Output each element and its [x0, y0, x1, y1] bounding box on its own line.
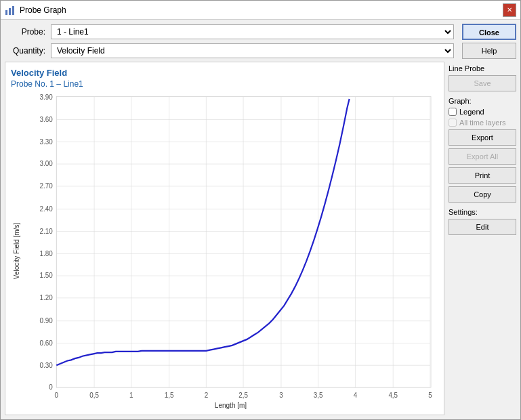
legend-row: Legend [449, 108, 516, 116]
svg-rect-1 [9, 8, 11, 15]
right-panel: Line Probe Save Graph: Legend All time l… [449, 62, 516, 415]
chart-svg: 0 0.30 0.60 0.90 1.20 1.50 1.80 2.10 2.4… [23, 93, 438, 399]
svg-text:0.60: 0.60 [40, 339, 54, 347]
quantity-label: Quantity: [5, 46, 45, 56]
svg-text:1.50: 1.50 [40, 272, 54, 279]
svg-text:1,5: 1,5 [165, 392, 174, 399]
svg-text:0: 0 [55, 392, 59, 399]
quantity-row: Quantity: Velocity Field Help [5, 43, 516, 59]
svg-rect-0 [5, 10, 7, 15]
all-time-layers-row: All time layers [449, 119, 516, 127]
quantity-select[interactable]: Velocity Field [51, 43, 454, 58]
line-probe-label: Line Probe [449, 64, 516, 72]
export-all-button[interactable]: Export All [449, 148, 516, 165]
settings-label: Settings: [449, 208, 516, 216]
graph-label: Graph: [449, 97, 516, 105]
svg-text:0.90: 0.90 [40, 317, 54, 324]
svg-rect-2 [12, 6, 14, 15]
svg-text:3.30: 3.30 [40, 138, 54, 146]
svg-rect-3 [56, 97, 431, 387]
svg-text:3.60: 3.60 [40, 116, 54, 123]
main-content: Probe: 1 - Line1 Close Quantity: Velocit… [1, 20, 520, 419]
chart-subtitle: Probe No. 1 – Line1 [11, 79, 438, 89]
chart-panel: Velocity Field Probe No. 1 – Line1 Veloc… [5, 62, 444, 415]
svg-text:2.70: 2.70 [40, 182, 54, 190]
edit-button[interactable]: Edit [449, 219, 516, 235]
svg-text:0: 0 [49, 383, 53, 391]
all-time-layers-checkbox[interactable] [449, 119, 457, 127]
copy-button[interactable]: Copy [449, 186, 516, 203]
main-area: Velocity Field Probe No. 1 – Line1 Veloc… [5, 62, 516, 415]
svg-text:4,5: 4,5 [388, 392, 398, 399]
svg-text:1.20: 1.20 [40, 294, 54, 301]
svg-text:1: 1 [129, 392, 133, 399]
legend-checkbox[interactable] [449, 108, 457, 116]
chart-area: Velocity Field [m/s] [11, 93, 438, 409]
y-label-container: Velocity Field [m/s] [11, 93, 23, 409]
window-title: Probe Graph [20, 5, 66, 15]
title-bar: Probe Graph ✕ [1, 1, 520, 20]
close-button[interactable]: Close [462, 24, 516, 40]
svg-text:2.40: 2.40 [40, 205, 54, 213]
help-button[interactable]: Help [462, 43, 516, 59]
window-close-button[interactable]: ✕ [503, 3, 516, 17]
probe-graph-window: Probe Graph ✕ Probe: 1 - Line1 Close Qua… [0, 0, 521, 420]
chart-svg-container: 0 0.30 0.60 0.90 1.20 1.50 1.80 2.10 2.4… [23, 93, 438, 399]
export-button[interactable]: Export [449, 129, 516, 146]
svg-text:4: 4 [354, 392, 358, 399]
svg-text:0,5: 0,5 [89, 392, 99, 399]
svg-text:2,5: 2,5 [238, 392, 248, 399]
svg-text:0.30: 0.30 [40, 362, 54, 369]
x-axis-label: Length [m] [23, 402, 438, 409]
print-button[interactable]: Print [449, 167, 516, 184]
chart-inner: 0 0.30 0.60 0.90 1.20 1.50 1.80 2.10 2.4… [23, 93, 438, 409]
probe-label: Probe: [5, 27, 45, 37]
svg-text:3.00: 3.00 [40, 160, 54, 167]
probe-select[interactable]: 1 - Line1 [51, 24, 454, 39]
legend-label: Legend [459, 108, 484, 116]
probe-row: Probe: 1 - Line1 Close [5, 24, 516, 40]
title-bar-left: Probe Graph [5, 5, 66, 16]
svg-text:2.10: 2.10 [40, 228, 54, 235]
svg-text:5: 5 [428, 392, 432, 399]
svg-text:3.90: 3.90 [40, 93, 54, 101]
all-time-layers-label: All time layers [459, 119, 505, 127]
save-button[interactable]: Save [449, 75, 516, 91]
svg-text:2: 2 [205, 392, 209, 399]
chart-title: Velocity Field [11, 68, 438, 78]
svg-text:3: 3 [279, 392, 283, 399]
chart-icon [5, 5, 16, 16]
y-axis-label: Velocity Field [m/s] [14, 223, 21, 279]
svg-text:1.80: 1.80 [40, 250, 54, 257]
svg-text:3,5: 3,5 [314, 392, 323, 399]
